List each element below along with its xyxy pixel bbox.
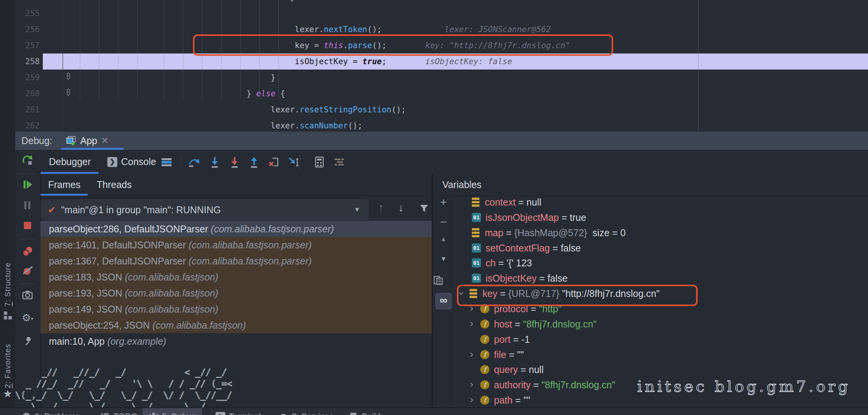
sidebar-item-structure[interactable]: 7: Structure [0,260,15,306]
line-number: 262 [15,118,40,131]
code-line-261[interactable]: 261 lexer.resetStringPosition(); [0,102,868,118]
code-line-254[interactable]: 254 } [0,0,868,5]
resume-button[interactable] [15,179,40,192]
site-watermark: initsec blog.gm7.org [637,378,850,395]
statusbar-item--debug[interactable]: 5: Debug [143,408,202,415]
remove-watch-button[interactable]: − [433,216,454,229]
add-watch-button[interactable]: + [433,196,454,209]
thread-dump-camera-button[interactable] [15,289,40,303]
move-down-button[interactable]: ▼ [433,255,454,263]
stack-frame-row[interactable]: parse:183, JSON (com.alibaba.fastjson) [40,269,432,285]
variable-row-setContextFlag[interactable]: 01setContextFlag = false [472,240,581,256]
variable-row-map[interactable]: map = {HashMap@572} size = 0 [472,225,626,240]
stop-button[interactable] [15,220,40,232]
chevron-right-icon[interactable] [469,352,475,358]
fold-marker-icon[interactable] [66,88,73,96]
remove-watch-icon: − [440,220,447,227]
step-into-icon [209,156,221,168]
chevron-right-icon[interactable] [469,306,475,312]
tab-debugger[interactable]: Debugger [49,150,91,174]
stack-frame-row[interactable]: parseObject:286, DefaultJSONParser (com.… [40,221,432,237]
chevron-right-icon[interactable] [469,397,475,403]
stack-frame-row[interactable]: parse:193, JSON (com.alibaba.fastjson) [40,285,432,301]
watches-toggle-button[interactable]: ∞ [433,294,454,306]
session-tab-app[interactable]: App ✕ [60,131,114,150]
variable-name: isJsonObjectMap [486,210,559,225]
editor-annotation-box [193,34,613,56]
variable-row-host[interactable]: fhost = "8fhj7r.dnslog.cn" [469,316,597,332]
variable-row-context[interactable]: context = null [472,196,541,210]
code-line-258[interactable]: 258 isObjectKey = true; isObjectKey: fal… [0,53,868,70]
ascii-art-watermark: _// _//_/ _/ < _// _/ _ //_/ _// _/ '\ \… [10,366,232,412]
tab-threads[interactable]: Threads [97,174,132,196]
tab-threads-label: Threads [97,179,132,190]
pin-button[interactable] [15,336,40,349]
copy-stack-button[interactable] [433,275,454,286]
settings-gear-button[interactable]: ⚙▾ [15,312,40,324]
mute-breakpoints-button[interactable] [15,264,40,278]
layout-bars-button[interactable] [160,155,173,169]
variable-row-authority[interactable]: fauthority = "8fhj7r.dnslog.cn" [469,377,615,392]
chevron-right-icon[interactable] [469,321,475,327]
pause-button[interactable] [15,199,40,212]
code-line-260[interactable]: 260 } else { [0,86,868,102]
drop-frame-button[interactable] [267,155,281,169]
stack-frame-row[interactable]: parse:1401, DefaultJSONParser (com.aliba… [40,237,432,253]
view-breakpoints-button[interactable] [15,245,40,259]
step-out-button[interactable] [247,155,261,169]
trace-stream-button[interactable] [332,155,346,169]
code-editor[interactable]: 254 }255256 lexer.nextToken(); lexer: JS… [0,0,868,131]
variables-title-label: Variables [442,179,481,190]
statusbar-item--problems[interactable]: 6: Problems [15,408,86,415]
fold-marker-icon[interactable] [66,72,73,80]
field-icon: f [480,350,489,359]
thread-selector-dropdown[interactable]: ✔ "main"@1 in group "main": RUNNING ▼ [40,199,369,221]
variable-row-file[interactable]: ffile = "" [469,347,524,362]
code-text: isObjectKey = true; isObjectKey: false [73,53,512,70]
statusbar-item-todo[interactable]: TODO [94,408,144,415]
force-step-into-button[interactable] [228,155,241,169]
chevron-right-icon[interactable] [469,382,475,388]
filter-funnel-icon[interactable] [419,203,429,214]
session-tab-label: App [80,135,97,146]
variable-row-query[interactable]: fquery = null [469,362,544,377]
close-icon[interactable]: ✕ [101,135,108,146]
code-line-255[interactable]: 255 [0,5,868,21]
code-text: } [73,70,275,86]
rerun-button[interactable] [15,154,40,168]
terminal-icon: ❯ [215,411,225,415]
move-up-button[interactable]: ▲ [433,235,454,243]
variable-value: = [504,225,515,240]
stack-frame-row[interactable]: parseObject:254, JSON (com.alibaba.fastj… [40,317,432,333]
debug-label: Debug: [21,135,52,146]
code-line-262[interactable]: 262 lexer.scanNumber(); [0,118,868,131]
frame-location: parseObject:254, JSON [49,320,152,331]
move-up-icon: ▲ [440,236,447,242]
variable-row-isObjectKey[interactable]: 01isObjectKey = false [472,271,568,286]
tab-console[interactable]: ❯ Console [107,150,156,174]
frame-package: (com.alibaba.fastjson.parser) [188,256,311,266]
line-number: 260 [15,86,40,102]
step-over-button[interactable] [187,155,201,169]
variable-row-ch[interactable]: 01ch = '{' 123 [472,255,532,271]
statusbar-item-build[interactable]: Build [342,408,387,415]
statusbar-item-terminal[interactable]: ❯Terminal [209,408,267,415]
frame-up-button[interactable]: ↑ [378,201,384,214]
code-line-259[interactable]: 259 } [0,70,868,86]
stack-frame-row[interactable]: parse:149, JSON (com.alibaba.fastjson) [40,301,432,317]
stack-frame-row[interactable]: main:10, App (org.example) [40,333,432,349]
variable-row-isJsonObjectMap[interactable]: 01isJsonObjectMap = true [472,210,586,225]
variable-name: context [485,196,516,210]
statusbar-item-label: 5: Debug [162,412,196,415]
evaluate-expression-button[interactable] [313,155,326,169]
frame-down-button[interactable]: ↓ [398,201,404,214]
stack-frame-row[interactable]: parse:1367, DefaultJSONParser (com.aliba… [40,253,432,269]
step-into-button[interactable] [208,155,222,169]
statusbar-item--services[interactable]: 8: Services [272,408,340,415]
variable-row-port[interactable]: fport = -1 [469,332,530,347]
structure-icon[interactable] [0,310,15,320]
variable-row-path[interactable]: fpath = "" [469,392,530,407]
tab-frames[interactable]: Frames [48,174,81,196]
settings-gear-icon: ⚙▾ [22,312,33,324]
run-to-cursor-button[interactable] [287,155,301,169]
